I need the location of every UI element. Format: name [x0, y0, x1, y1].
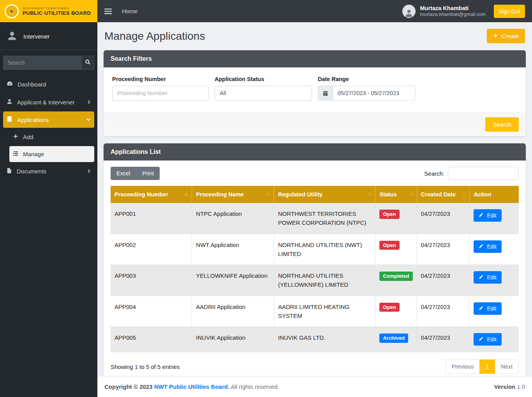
footer-brand-link[interactable]: NWT Public Utilities Board. — [154, 383, 229, 390]
sign-out-button[interactable]: Sign Out — [494, 5, 525, 18]
proceeding-number-input[interactable] — [112, 86, 209, 101]
edit-pencil-icon — [479, 305, 484, 312]
book-icon — [6, 116, 13, 124]
file-icon — [6, 168, 12, 175]
cell-proceeding-name: YELLOWKNIFE Application — [192, 265, 274, 296]
edit-pencil-icon — [479, 243, 484, 250]
pagination-previous-button[interactable]: Previous — [446, 360, 479, 374]
sidebar-item-label: Dashboard — [18, 81, 46, 88]
status-badge: Open — [379, 210, 399, 219]
sidebar-item-label: Manage — [23, 151, 44, 157]
cell-created-date: 04/27/2023 — [417, 265, 470, 296]
pagination-page-1-button[interactable]: 1 — [479, 360, 495, 374]
person-icon — [6, 98, 13, 106]
table-row: APP004 AADRII Application AADRII LIMITED… — [111, 296, 519, 327]
column-header-action: Action — [470, 186, 519, 203]
hamburger-menu-icon[interactable] — [104, 8, 112, 14]
main-column: Home Murtaza Khambati murtaza.khambati@g… — [97, 0, 532, 397]
status-badge: Open — [379, 303, 399, 312]
edit-button[interactable]: Edit — [474, 302, 501, 315]
applications-list-header: Applications List — [104, 143, 526, 161]
sidebar-item-manage[interactable]: Manage — [9, 146, 94, 162]
cell-created-date: 04/27/2023 — [417, 296, 470, 327]
chevron-down-icon — [86, 116, 91, 123]
brand[interactable]: NORTHWEST TERRITORIES PUBLIC UTILITIES B… — [0, 0, 97, 22]
brand-line2: PUBLIC UTILITIES BOARD — [23, 10, 91, 16]
export-button-group: Excel Print — [111, 167, 160, 180]
top-navbar: Home Murtaza Khambati murtaza.khambati@g… — [97, 0, 532, 22]
content-area: Manage Applications Create Search Filter… — [97, 22, 532, 376]
cell-proceeding-number: APP003 — [111, 265, 192, 296]
main-footer: Copyright © 2023 NWT Public Utilities Bo… — [97, 376, 532, 397]
sidebar-item-add[interactable]: Add — [9, 129, 94, 145]
create-button[interactable]: Create — [487, 29, 525, 43]
table-row: APP005 INUVIK Application INUVIK GAS LTD… — [111, 327, 519, 352]
page-title: Manage Applications — [104, 30, 205, 42]
status-badge: Archived — [379, 333, 408, 343]
pagination: Previous 1 Next — [446, 359, 519, 374]
sidebar-item-applications[interactable]: Applications — [3, 111, 94, 128]
edit-pencil-icon — [479, 274, 484, 281]
cell-regulated-utility: AADRII LIMITED HEATING SYSTEM — [274, 296, 375, 327]
sort-icon: ↑↓ — [462, 192, 465, 197]
print-button[interactable]: Print — [136, 167, 160, 180]
search-button[interactable]: Search — [485, 117, 519, 132]
navbar-user-email: murtaza.khambati@gmail.com — [420, 12, 486, 17]
sidebar-search-input[interactable] — [3, 56, 82, 70]
sidebar-search-button[interactable] — [82, 56, 94, 70]
cell-proceeding-name: NTPC Application — [192, 203, 274, 234]
edit-button[interactable]: Edit — [474, 209, 501, 222]
sidebar-user-role: Intervener — [23, 33, 50, 40]
applications-table: ↑↓ Proceeding Number ↑↓ Proceeding Name … — [111, 186, 519, 352]
cell-proceeding-name: NWT Application — [192, 234, 274, 265]
sidebar-nav: Dashboard Applicant & Intervener Applica… — [0, 72, 97, 184]
column-header-proceeding-name[interactable]: ↑↓ Proceeding Name — [192, 186, 274, 203]
edit-pencil-icon — [479, 336, 484, 342]
application-status-select[interactable] — [215, 86, 312, 101]
sidebar-item-documents[interactable]: Documents — [3, 163, 94, 179]
edit-button[interactable]: Edit — [474, 240, 501, 253]
table-row: APP002 NWT Application NORTHLAND UTILITI… — [111, 234, 519, 265]
search-icon — [85, 59, 91, 66]
status-badge: Open — [379, 241, 399, 250]
column-header-regulated-utility[interactable]: ↑↓ Regulated Utility — [274, 186, 375, 203]
copyright-text: Copyright © 2023 — [104, 383, 153, 390]
excel-export-button[interactable]: Excel — [111, 167, 136, 180]
sidebar-item-label: Documents — [17, 168, 46, 175]
chevron-right-icon — [86, 168, 91, 175]
chevron-right-icon — [86, 99, 91, 106]
edit-pencil-icon — [479, 212, 484, 219]
cell-proceeding-name: INUVIK Application — [192, 327, 274, 352]
table-row: APP003 YELLOWKNIFE Application NORTHLAND… — [111, 265, 519, 296]
edit-button[interactable]: Edit — [474, 271, 501, 284]
cell-proceeding-number: APP002 — [111, 234, 192, 265]
entries-summary: Showing 1 to 5 of 5 entries — [111, 363, 180, 370]
sidebar: NORTHWEST TERRITORIES PUBLIC UTILITIES B… — [0, 0, 97, 397]
column-header-created-date[interactable]: ↑↓ Created Date — [417, 186, 470, 203]
gauge-icon — [6, 80, 13, 88]
date-range-input[interactable] — [333, 86, 415, 101]
column-header-status[interactable]: ↑↓ Status — [375, 186, 417, 203]
column-header-proceeding-number[interactable]: ↑↓ Proceeding Number — [111, 186, 192, 203]
proceeding-number-label: Proceeding Number — [112, 76, 209, 82]
search-filters-card: Search Filters Proceeding Number Applica… — [104, 50, 526, 136]
sidebar-item-label: Applicant & Intervener — [17, 99, 75, 106]
table-row: APP001 NTPC Application NORTHWEST TERRIT… — [111, 203, 519, 234]
pagination-next-button[interactable]: Next — [495, 360, 518, 374]
search-filters-header: Search Filters — [104, 50, 526, 67]
sort-icon: ↑↓ — [267, 192, 270, 197]
nav-home-link[interactable]: Home — [122, 8, 137, 14]
sidebar-search — [0, 50, 97, 72]
sidebar-user-panel: Intervener — [0, 22, 97, 50]
lightning-bolt-icon — [5, 4, 19, 18]
sidebar-item-dashboard[interactable]: Dashboard — [3, 76, 94, 93]
cell-created-date: 04/27/2023 — [417, 234, 470, 265]
sidebar-item-applicant-intervener[interactable]: Applicant & Intervener — [3, 94, 94, 110]
cell-proceeding-number: APP001 — [111, 203, 192, 234]
rights-text: All rights reserved. — [231, 383, 279, 390]
cell-regulated-utility: NORTHLAND UTILITIES (YELLOWKNIFE) LIMITE… — [274, 265, 375, 296]
sidebar-item-label: Add — [23, 134, 33, 140]
edit-button[interactable]: Edit — [474, 333, 501, 346]
sidebar-item-label: Applications — [17, 116, 49, 123]
table-search-input[interactable] — [448, 167, 519, 180]
